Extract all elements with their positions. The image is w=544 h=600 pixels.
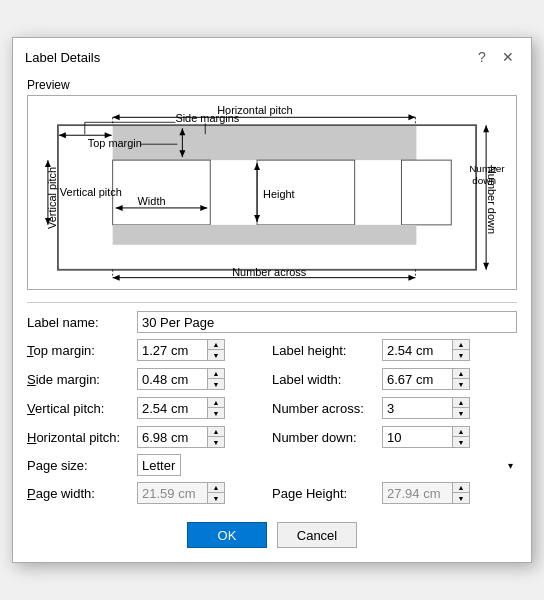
label-height-label: Label height: [272, 343, 382, 358]
page-height-label: Page Height: [272, 486, 382, 501]
preview-label: Preview [27, 78, 517, 92]
number-across-spinner: ▲ ▼ [382, 397, 470, 419]
page-width-input[interactable] [137, 482, 207, 504]
horizontal-pitch-spinner: ▲ ▼ [137, 426, 225, 448]
label-width-up[interactable]: ▲ [453, 369, 469, 379]
side-margin-row: Side margin: ▲ ▼ [27, 367, 272, 391]
number-across-input[interactable] [382, 397, 452, 419]
label-width-row: Label width: ▲ ▼ [272, 367, 517, 391]
label-height-arrows: ▲ ▼ [452, 339, 470, 361]
number-down-spinner: ▲ ▼ [382, 426, 470, 448]
page-wh-grid: Page width: ▲ ▼ Page Height: ▲ ▼ [27, 481, 517, 510]
form-right: Label height: ▲ ▼ Label width: [272, 338, 517, 454]
vertical-pitch-spinner: ▲ ▼ [137, 397, 225, 419]
top-margin-row: Top margin: ▲ ▼ [27, 338, 272, 362]
label-width-input[interactable] [382, 368, 452, 390]
close-button[interactable]: ✕ [497, 46, 519, 68]
vertical-pitch-up[interactable]: ▲ [208, 398, 224, 408]
horizontal-pitch-up[interactable]: ▲ [208, 427, 224, 437]
page-size-select[interactable]: Letter A4 Legal [137, 454, 181, 476]
top-margin-arrows: ▲ ▼ [207, 339, 225, 361]
svg-text:Width: Width [138, 195, 166, 207]
page-size-label: Page size: [27, 458, 137, 473]
page-width-down[interactable]: ▼ [208, 493, 224, 503]
page-height-row: Page Height: ▲ ▼ [272, 481, 517, 505]
svg-text:Vertical pitch: Vertical pitch [46, 167, 58, 229]
top-margin-spinner: ▲ ▼ [137, 339, 225, 361]
svg-text:Height: Height [263, 188, 295, 200]
number-across-arrows: ▲ ▼ [452, 397, 470, 419]
vertical-pitch-arrows: ▲ ▼ [207, 397, 225, 419]
vertical-pitch-row: Vertical pitch: ▲ ▼ [27, 396, 272, 420]
horizontal-pitch-input[interactable] [137, 426, 207, 448]
label-height-up[interactable]: ▲ [453, 340, 469, 350]
label-width-down[interactable]: ▼ [453, 379, 469, 389]
number-across-up[interactable]: ▲ [453, 398, 469, 408]
side-margin-input[interactable] [137, 368, 207, 390]
label-details-dialog: Label Details ? ✕ Preview [12, 37, 532, 563]
number-down-up[interactable]: ▲ [453, 427, 469, 437]
svg-text:Horizontal pitch: Horizontal pitch [217, 104, 292, 116]
svg-rect-2 [113, 125, 417, 160]
title-bar-buttons: ? ✕ [471, 46, 519, 68]
label-name-input[interactable] [137, 311, 517, 333]
vertical-pitch-down[interactable]: ▼ [208, 408, 224, 418]
title-bar: Label Details ? ✕ [13, 38, 531, 74]
number-down-row: Number down: ▲ ▼ [272, 425, 517, 449]
label-height-spinner: ▲ ▼ [382, 339, 470, 361]
page-height-up[interactable]: ▲ [453, 483, 469, 493]
form-grid: Top margin: ▲ ▼ Side margin: ▲ [27, 338, 517, 454]
label-width-arrows: ▲ ▼ [452, 368, 470, 390]
svg-text:Vertical pitch: Vertical pitch [60, 186, 122, 198]
page-size-row: Page size: Letter A4 Legal [27, 454, 517, 476]
number-across-down[interactable]: ▼ [453, 408, 469, 418]
top-margin-up[interactable]: ▲ [208, 340, 224, 350]
dialog-title: Label Details [25, 50, 100, 65]
page-width-spinner: ▲ ▼ [137, 482, 225, 504]
vertical-pitch-label: Vertical pitch: [27, 401, 137, 416]
svg-rect-5 [401, 160, 451, 225]
horizontal-pitch-row: Horizontal pitch: ▲ ▼ [27, 425, 272, 449]
preview-box: Top margin Side margins Horizontal pitch [27, 95, 517, 290]
side-margin-down[interactable]: ▼ [208, 379, 224, 389]
number-across-row: Number across: ▲ ▼ [272, 396, 517, 420]
side-margin-up[interactable]: ▲ [208, 369, 224, 379]
page-height-input[interactable] [382, 482, 452, 504]
label-name-row: Label name: [27, 311, 517, 333]
dialog-body: Preview [13, 74, 531, 562]
divider [27, 302, 517, 303]
page-width-up[interactable]: ▲ [208, 483, 224, 493]
label-width-label: Label width: [272, 372, 382, 387]
cancel-button[interactable]: Cancel [277, 522, 357, 548]
svg-text:down: down [472, 175, 496, 186]
horizontal-pitch-down[interactable]: ▼ [208, 437, 224, 447]
page-size-wrapper: Letter A4 Legal [137, 454, 517, 476]
top-margin-input[interactable] [137, 339, 207, 361]
page-height-arrows: ▲ ▼ [452, 482, 470, 504]
svg-rect-3 [113, 160, 211, 225]
svg-text:Number across: Number across [232, 266, 307, 278]
button-row: OK Cancel [27, 522, 517, 548]
horizontal-pitch-label: Horizontal pitch: [27, 430, 137, 445]
number-down-input[interactable] [382, 426, 452, 448]
label-height-row: Label height: ▲ ▼ [272, 338, 517, 362]
label-height-input[interactable] [382, 339, 452, 361]
label-height-down[interactable]: ▼ [453, 350, 469, 360]
ok-button[interactable]: OK [187, 522, 267, 548]
side-margin-spinner: ▲ ▼ [137, 368, 225, 390]
label-name-label: Label name: [27, 315, 137, 330]
page-height-spinner: ▲ ▼ [382, 482, 470, 504]
number-down-down[interactable]: ▼ [453, 437, 469, 447]
page-height-down[interactable]: ▼ [453, 493, 469, 503]
side-margin-label: Side margin: [27, 372, 137, 387]
number-down-label: Number down: [272, 430, 382, 445]
svg-text:Number: Number [469, 163, 505, 174]
vertical-pitch-input[interactable] [137, 397, 207, 419]
top-margin-label: Top margin: [27, 343, 137, 358]
form-left: Top margin: ▲ ▼ Side margin: ▲ [27, 338, 272, 454]
svg-rect-6 [113, 225, 417, 245]
help-button[interactable]: ? [471, 46, 493, 68]
top-margin-down[interactable]: ▼ [208, 350, 224, 360]
horizontal-pitch-arrows: ▲ ▼ [207, 426, 225, 448]
page-width-arrows: ▲ ▼ [207, 482, 225, 504]
